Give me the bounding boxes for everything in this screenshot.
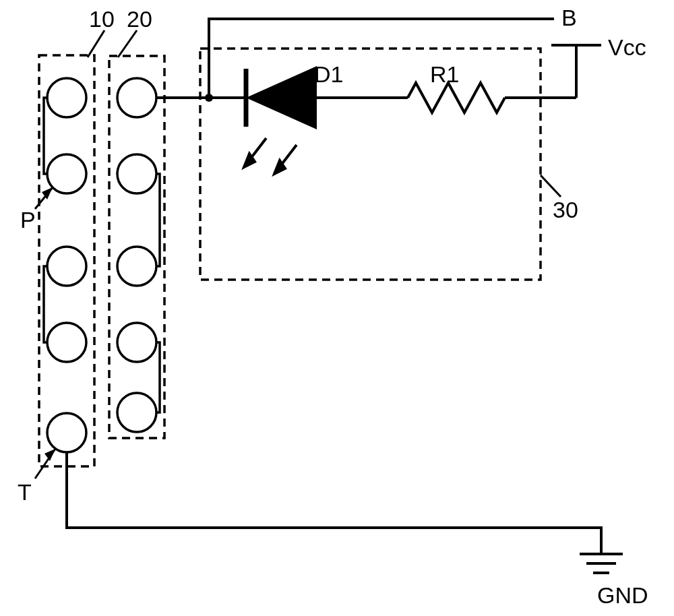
label-R1: R1 [430,61,459,87]
svg-point-10 [117,154,156,193]
svg-point-12 [117,323,156,362]
svg-point-11 [117,247,156,286]
svg-point-6 [47,413,86,452]
svg-point-4 [47,247,86,286]
block-30: 30 [200,49,578,280]
svg-marker-20 [246,66,317,129]
block20-links [156,174,160,412]
svg-marker-35 [44,449,55,461]
wire-top [156,19,554,102]
label-T: T [18,479,32,505]
svg-point-2 [47,78,86,117]
label-D1: D1 [314,61,343,87]
svg-line-8 [118,30,137,57]
label-30: 30 [553,197,578,222]
block-10: 10 [39,6,115,466]
label-Vcc: Vcc [608,34,646,60]
svg-point-3 [47,154,86,193]
block10-pins [47,78,86,452]
vcc-node: Vcc [551,34,646,98]
label-GND: GND [597,582,648,608]
block-20: 20 [109,6,164,438]
svg-point-5 [47,323,86,362]
svg-point-18 [205,94,213,102]
label-10: 10 [89,6,115,32]
svg-line-1 [88,30,104,57]
resistor-r1: R1 [408,61,576,113]
label-P-group: P [20,187,53,233]
label-20: 20 [127,6,152,32]
led-d1: D1 [244,61,408,174]
svg-point-9 [117,78,156,117]
svg-line-15 [541,175,561,197]
label-P: P [20,207,36,233]
label-T-group: T [18,449,55,505]
block10-links [44,98,47,342]
svg-point-13 [117,393,156,432]
block20-pins [117,78,156,432]
gnd-path: GND [67,452,648,608]
label-B: B [561,5,577,30]
